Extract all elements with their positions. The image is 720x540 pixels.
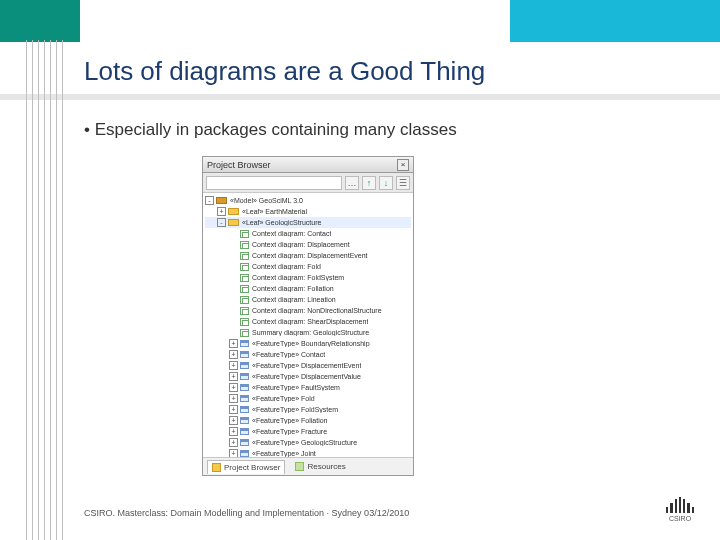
tree-node-label: «FeatureType» Contact xyxy=(252,351,325,358)
model-icon xyxy=(216,197,227,204)
toolbar-menu-button[interactable]: ☰ xyxy=(396,176,410,190)
close-icon[interactable]: × xyxy=(397,159,409,171)
slide-title: Lots of diagrams are a Good Thing xyxy=(84,56,485,87)
tree-node[interactable]: Context diagram: Foliation xyxy=(205,283,411,294)
tree-node[interactable]: Summary diagram: GeologicStructure xyxy=(205,327,411,338)
tree-node-label: Context diagram: Displacement xyxy=(252,241,350,248)
tab-resources-label: Resources xyxy=(307,462,345,471)
header-band: Lots of diagrams are a Good Thing xyxy=(0,0,720,106)
panel-titlebar[interactable]: Project Browser × xyxy=(203,157,413,173)
folder-icon xyxy=(212,463,221,472)
tree-node[interactable]: Context diagram: ShearDisplacement xyxy=(205,316,411,327)
search-input[interactable] xyxy=(206,176,342,190)
project-browser-panel: Project Browser × … ↑ ↓ ☰ -«Model» GeoSc… xyxy=(202,156,414,476)
tree-node[interactable]: Context diagram: NonDirectionalStructure xyxy=(205,305,411,316)
tree-twisty-icon[interactable]: + xyxy=(229,372,238,381)
class-icon xyxy=(240,395,249,402)
diagram-icon xyxy=(240,230,249,238)
tree-twisty-icon[interactable]: + xyxy=(229,350,238,359)
class-icon xyxy=(240,428,249,435)
header-rule xyxy=(0,94,720,100)
tree-twisty-icon[interactable]: + xyxy=(229,416,238,425)
panel-tabs: Project Browser Resources xyxy=(203,457,413,475)
tree-node-label: Context diagram: FoldSystem xyxy=(252,274,344,281)
class-icon xyxy=(240,417,249,424)
panel-toolbar: … ↑ ↓ ☰ xyxy=(203,173,413,193)
tree-node-label: Context diagram: NonDirectionalStructure xyxy=(252,307,382,314)
csiro-logo: CSIRO xyxy=(666,497,694,522)
tree-node-label: «FeatureType» Foliation xyxy=(252,417,328,424)
diagram-icon xyxy=(240,296,249,304)
tree-node[interactable]: Context diagram: Fold xyxy=(205,261,411,272)
tree-node-label: Context diagram: ShearDisplacement xyxy=(252,318,368,325)
csiro-logo-icon xyxy=(666,497,694,513)
tree-twisty-icon[interactable]: + xyxy=(229,427,238,436)
class-icon xyxy=(240,362,249,369)
tree-node[interactable]: +«FeatureType» Fold xyxy=(205,393,411,404)
tree-node[interactable]: -«Model» GeoSciML 3.0 xyxy=(205,195,411,206)
tree-node[interactable]: +«FeatureType» DisplacementEvent xyxy=(205,360,411,371)
tree-node-label: Summary diagram: GeologicStructure xyxy=(252,329,369,336)
tree-twisty-icon[interactable]: + xyxy=(229,394,238,403)
slide-footer: CSIRO. Masterclass: Domain Modelling and… xyxy=(84,508,409,518)
toolbar-down-button[interactable]: ↓ xyxy=(379,176,393,190)
tree-node[interactable]: +«FeatureType» Foliation xyxy=(205,415,411,426)
tree-node-label: Context diagram: Contact xyxy=(252,230,331,237)
tree-node[interactable]: +«FeatureType» BoundaryRelationship xyxy=(205,338,411,349)
left-stripes xyxy=(0,40,70,540)
tree-twisty-icon[interactable]: - xyxy=(217,218,226,227)
diagram-icon xyxy=(240,329,249,337)
tree-node[interactable]: +«FeatureType» Fracture xyxy=(205,426,411,437)
resources-icon xyxy=(295,462,304,471)
tree-twisty-icon[interactable]: + xyxy=(229,383,238,392)
csiro-logo-text: CSIRO xyxy=(666,515,694,522)
tree-twisty-icon[interactable]: - xyxy=(205,196,214,205)
tree-twisty-icon[interactable]: + xyxy=(217,207,226,216)
tree-node[interactable]: Context diagram: Displacement xyxy=(205,239,411,250)
class-icon xyxy=(240,406,249,413)
tree-node-label: «FeatureType» DisplacementValue xyxy=(252,373,361,380)
tree-node[interactable]: Context diagram: FoldSystem xyxy=(205,272,411,283)
class-icon xyxy=(240,384,249,391)
tree-node[interactable]: +«Leaf» EarthMaterial xyxy=(205,206,411,217)
tree-view[interactable]: -«Model» GeoSciML 3.0+«Leaf» EarthMateri… xyxy=(203,193,413,457)
tree-twisty-icon[interactable]: + xyxy=(229,405,238,414)
tree-twisty-icon[interactable]: + xyxy=(229,361,238,370)
tree-node-label: Context diagram: Foliation xyxy=(252,285,334,292)
tree-node[interactable]: Context diagram: Contact xyxy=(205,228,411,239)
diagram-icon xyxy=(240,285,249,293)
tab-project-browser[interactable]: Project Browser xyxy=(207,460,285,474)
tree-node-label: «Leaf» EarthMaterial xyxy=(242,208,307,215)
tree-node-label: «FeatureType» FoldSystem xyxy=(252,406,338,413)
accent-bar-left xyxy=(0,0,80,42)
tree-twisty-icon[interactable]: + xyxy=(229,438,238,447)
toolbar-up-button[interactable]: ↑ xyxy=(362,176,376,190)
class-icon xyxy=(240,439,249,446)
tab-resources[interactable]: Resources xyxy=(291,460,349,474)
tree-twisty-icon[interactable]: + xyxy=(229,339,238,348)
tree-node-label: «Model» GeoSciML 3.0 xyxy=(230,197,303,204)
slide-body: • Especially in packages containing many… xyxy=(84,120,700,494)
accent-bar-right xyxy=(510,0,720,42)
tree-node-label: «FeatureType» FaultSystem xyxy=(252,384,340,391)
bullet-1: • Especially in packages containing many… xyxy=(84,120,700,140)
tree-node-label: «FeatureType» GeologicStructure xyxy=(252,439,357,446)
tree-node[interactable]: +«FeatureType» Contact xyxy=(205,349,411,360)
tree-node[interactable]: Context diagram: DisplacementEvent xyxy=(205,250,411,261)
tree-node[interactable]: -«Leaf» GeologicStructure xyxy=(205,217,411,228)
diagram-icon xyxy=(240,274,249,282)
diagram-icon xyxy=(240,307,249,315)
panel-title: Project Browser xyxy=(207,160,271,170)
tree-node[interactable]: +«FeatureType» GeologicStructure xyxy=(205,437,411,448)
tree-node[interactable]: +«FeatureType» DisplacementValue xyxy=(205,371,411,382)
diagram-icon xyxy=(240,252,249,260)
tree-twisty-icon[interactable]: + xyxy=(229,449,238,457)
tree-node[interactable]: +«FeatureType» FaultSystem xyxy=(205,382,411,393)
tree-node[interactable]: +«FeatureType» Joint xyxy=(205,448,411,457)
tree-node[interactable]: Context diagram: Lineation xyxy=(205,294,411,305)
tree-node[interactable]: +«FeatureType» FoldSystem xyxy=(205,404,411,415)
diagram-icon xyxy=(240,263,249,271)
pkg-icon xyxy=(228,208,239,215)
tree-node-label: Context diagram: Fold xyxy=(252,263,321,270)
toolbar-more-button[interactable]: … xyxy=(345,176,359,190)
